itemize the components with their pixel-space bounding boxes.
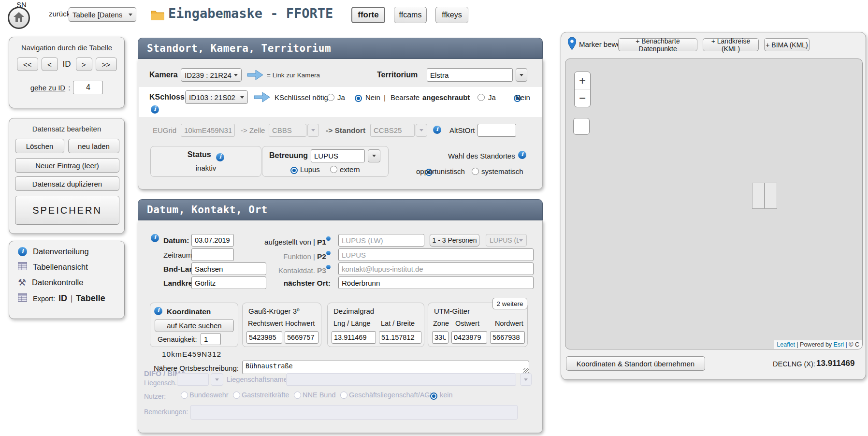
export-id-link[interactable]: ID xyxy=(58,293,67,304)
link-arrow-icon[interactable] xyxy=(246,69,264,83)
liegenschaftsname-dropdown-button xyxy=(520,373,532,386)
bima-button[interactable]: + BIMA (KML) xyxy=(764,38,810,51)
kamera-select[interactable]: ID239 : 21R24 xyxy=(181,68,242,82)
zoom-out-button[interactable]: − xyxy=(575,89,590,107)
new-entry-button[interactable]: Neuer Eintrag (leer) xyxy=(15,158,119,173)
betreuung-lupus-radio[interactable] xyxy=(290,167,298,174)
nav-first-button[interactable]: << xyxy=(17,58,38,71)
info-icon[interactable] xyxy=(326,251,331,255)
dez-lng-input[interactable] xyxy=(332,331,376,344)
gk-col2-label: Hochwert xyxy=(285,320,315,327)
leaflet-link[interactable]: Leaflet xyxy=(777,341,795,348)
table-select-value: Tabelle [Datens xyxy=(72,11,122,19)
info-icon[interactable] xyxy=(216,153,224,161)
link-datenkontrolle[interactable]: Datenkontrolle xyxy=(18,277,83,288)
utm-nordwert-input[interactable] xyxy=(490,331,525,344)
goto-id-link[interactable]: gehe zu ID xyxy=(30,84,66,92)
bearsafe-ja-radio[interactable] xyxy=(477,94,485,101)
info-icon[interactable] xyxy=(326,236,331,241)
app-button-ffcams[interactable]: ffcams xyxy=(394,7,427,23)
wahl-label: Wahl des Standortes xyxy=(448,152,515,160)
zoom-in-button[interactable]: + xyxy=(575,72,590,89)
info-icon[interactable] xyxy=(433,126,441,134)
nav-prev-button[interactable]: < xyxy=(42,58,58,71)
kschluessel-nein-label: Nein xyxy=(365,93,380,102)
personen-button[interactable]: 1 - 3 Personen xyxy=(430,234,479,247)
info-icon[interactable] xyxy=(151,234,159,242)
p2-input[interactable] xyxy=(338,248,534,261)
info-icon[interactable] xyxy=(518,151,526,159)
chevron-down-icon xyxy=(420,129,423,131)
betreuung-input[interactable] xyxy=(311,149,365,162)
home-button[interactable] xyxy=(8,7,30,29)
map-canvas[interactable]: + − Leaflet | Powered by Esri | © C xyxy=(565,58,863,349)
map-layers-button[interactable] xyxy=(573,118,590,135)
utm-ostwert-input[interactable] xyxy=(451,331,487,344)
edit-box: Datensatz bearbeiten Löschen neu laden N… xyxy=(9,118,125,234)
save-button[interactable]: SPEICHERN xyxy=(15,196,119,225)
betreuung-dropdown-button[interactable] xyxy=(368,149,380,162)
p1-select-value: LUPUS (LW xyxy=(490,236,519,244)
duplicate-button[interactable]: Datensatz duplizieren xyxy=(15,176,119,191)
genauigkeit-input[interactable] xyxy=(201,333,221,345)
goto-id-input[interactable] xyxy=(73,81,103,94)
link-tabellenansicht[interactable]: Tabellenansicht xyxy=(18,262,88,272)
p3-input[interactable] xyxy=(338,262,534,275)
nav-last-button[interactable]: >> xyxy=(96,58,117,71)
nutzer-nne-label: NNE Bund xyxy=(303,391,336,399)
neighbors-button[interactable]: + Benachbarte Datenpunkte xyxy=(618,38,697,51)
app-button-ffkeys[interactable]: ffkeys xyxy=(435,7,468,23)
altstort-input[interactable] xyxy=(477,124,516,137)
p1-input[interactable] xyxy=(338,234,424,247)
link-datenverteilung[interactable]: Datenverteilung xyxy=(18,247,89,256)
delete-button[interactable]: Löschen xyxy=(15,139,64,153)
wahl-systematisch-radio[interactable] xyxy=(472,168,479,175)
kamera-link-note: = Link zur Kamera xyxy=(267,72,320,79)
table-select[interactable]: Tabelle [Datens xyxy=(69,7,136,22)
reload-button[interactable]: neu laden xyxy=(68,139,119,153)
territorium-input[interactable] xyxy=(427,68,513,82)
nav-next-button[interactable]: > xyxy=(76,58,92,71)
export-tabelle-link[interactable]: Tabelle xyxy=(76,293,105,304)
ortsbeschreibung-textarea[interactable]: Bühnaustraße xyxy=(242,361,529,374)
kamera-select-value: ID239 : 21R24 xyxy=(185,71,231,79)
utm-zone-input[interactable] xyxy=(432,331,448,344)
info-icon[interactable] xyxy=(151,105,159,114)
export-label: Export: xyxy=(33,295,55,303)
kamera-label: Kamera xyxy=(149,71,178,79)
info-icon xyxy=(18,247,27,256)
info-icon[interactable] xyxy=(154,307,162,315)
separator: | xyxy=(384,93,386,102)
kschloss-select[interactable]: ID103 : 21S02 xyxy=(185,90,248,104)
link-arrow-icon[interactable] xyxy=(253,91,271,105)
standort-label: -> Standort xyxy=(326,126,365,135)
kschluessel-ja-radio[interactable] xyxy=(327,94,334,101)
esri-link[interactable]: Esri xyxy=(834,341,844,348)
betreuung-extern-radio[interactable] xyxy=(330,166,337,173)
chevron-down-icon xyxy=(519,239,523,242)
p2-label-text: Funktion | xyxy=(283,252,315,261)
info-icon[interactable] xyxy=(326,265,331,269)
gk-hochwert-input[interactable] xyxy=(285,331,318,344)
landkreise-button[interactable]: + Landkreise (KML) xyxy=(703,38,759,51)
app-button-fforte[interactable]: fforte xyxy=(351,7,385,23)
nutzer-geschaeft-label: Geschäftsliegenschaft/AGV xyxy=(349,391,434,399)
ort-input[interactable] xyxy=(338,276,534,289)
nutzer-kein-label: kein xyxy=(440,391,453,399)
liegenschaftsname-label: Liegenschaftsname: xyxy=(227,376,289,383)
gk-rechtswert-input[interactable] xyxy=(246,331,282,344)
nav-box-title: Navigation durch die Tabelle xyxy=(9,44,124,52)
utm-more-button[interactable]: 2 weitere xyxy=(492,298,527,309)
karte-suchen-button[interactable]: auf Karte suchen xyxy=(155,319,234,332)
kschloss-select-value: ID103 : 21S02 xyxy=(189,93,235,102)
standort-panel: Standort, Kamera, Territorium Kamera ID2… xyxy=(138,38,543,189)
territorium-dropdown-button[interactable] xyxy=(516,68,527,82)
nav-id-label: ID xyxy=(61,59,72,69)
datum-label: Datum: xyxy=(163,236,189,245)
apply-coordinates-button[interactable]: Koordinaten & Standort übernehmen xyxy=(566,356,705,371)
liegenschaftsname-input xyxy=(286,373,516,386)
dez-lat-input[interactable] xyxy=(379,331,421,344)
p1-select[interactable]: LUPUS (LW xyxy=(486,234,527,247)
gk-title: Gauß-Krüger 3º xyxy=(248,307,300,315)
back-link[interactable]: zurück xyxy=(49,10,70,18)
